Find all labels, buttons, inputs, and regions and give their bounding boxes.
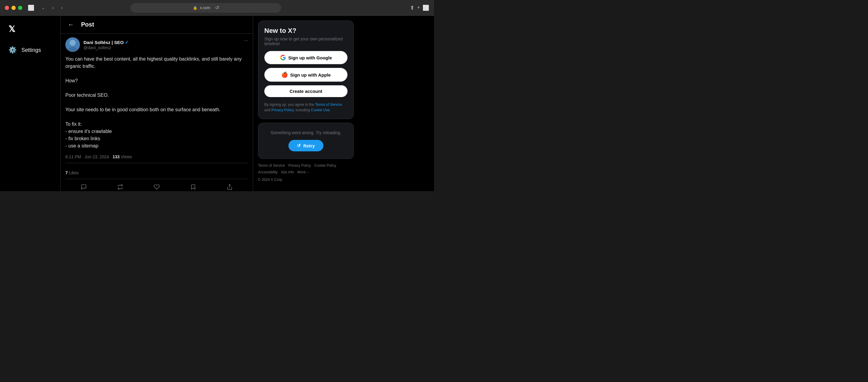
post-header: ← Post <box>61 16 253 34</box>
close-window-button[interactable] <box>5 6 9 10</box>
footer-tos-link[interactable]: Terms of Service <box>258 164 285 168</box>
post-actions <box>65 179 248 191</box>
comment-button[interactable] <box>76 181 92 191</box>
post-timestamp: 6:11 PM · Jun 23, 2024 <box>65 154 109 159</box>
app-layout: 𝕏 ⚙️ Settings ← Post <box>0 16 434 191</box>
post-header-title: Post <box>81 21 94 28</box>
signup-title: New to X? <box>264 27 347 35</box>
error-message: Something went wrong. Try reloading. <box>270 130 341 135</box>
signup-apple-label: Sign up with Apple <box>290 72 331 78</box>
signup-legal: By signing up, you agree to the Terms of… <box>264 102 347 113</box>
signup-apple-button[interactable]: 🍎 Sign up with Apple <box>264 68 347 82</box>
retry-label: Retry <box>303 143 315 148</box>
back-button[interactable]: ← <box>65 20 76 29</box>
maximize-window-button[interactable] <box>18 6 22 10</box>
privacy-policy-link[interactable]: Privacy Policy <box>271 108 293 112</box>
x-logo[interactable]: 𝕏 <box>5 22 56 36</box>
browser-right-actions: ⬆ + ⬜ <box>410 4 429 11</box>
author-handle: @dani_soltesz <box>84 45 129 50</box>
main-content: ← Post <box>60 16 253 191</box>
post-stats: 7 Likes <box>65 167 248 179</box>
back-browser-button[interactable]: ‹ <box>50 4 56 12</box>
url-text: x.com <box>200 5 210 10</box>
signup-card: New to X? Sign up now to get your own pe… <box>258 21 354 119</box>
chevron-down-icon[interactable]: ⌄ <box>40 4 47 11</box>
settings-icon: ⚙️ <box>8 46 17 54</box>
share-button[interactable]: ⬆ <box>410 4 414 11</box>
right-sidebar: New to X? Sign up now to get your own pe… <box>253 16 359 191</box>
signup-subtitle: Sign up now to get your own personalized… <box>264 36 347 46</box>
footer-ads-link[interactable]: Ads info <box>281 170 294 174</box>
post-meta: 6:11 PM · Jun 23, 2024 · 133 Views <box>65 154 248 163</box>
svg-point-1 <box>70 40 76 46</box>
retweet-button[interactable] <box>113 181 128 191</box>
verified-badge: ✓ <box>125 39 129 45</box>
footer-cookie-link[interactable]: Cookie Policy <box>314 164 336 168</box>
lock-icon: 🔒 <box>193 6 197 10</box>
retry-button[interactable]: ↺ Retry <box>288 140 323 151</box>
signup-google-button[interactable]: Sign up with Google <box>264 51 347 64</box>
footer-more-link[interactable]: More ··· <box>298 170 310 174</box>
retry-icon: ↺ <box>297 143 301 148</box>
cookie-use-link[interactable]: Cookie Use <box>311 108 330 112</box>
traffic-lights <box>5 6 22 10</box>
browser-chrome: ⬜ ⌄ ‹ › 🔒 x.com ↺ ⬆ + ⬜ <box>0 0 434 16</box>
sidebar: 𝕏 ⚙️ Settings <box>0 16 60 191</box>
error-card: Something went wrong. Try reloading. ↺ R… <box>258 123 354 159</box>
signup-google-label: Sign up with Google <box>288 55 332 60</box>
sidebar-item-settings[interactable]: ⚙️ Settings <box>5 44 56 56</box>
post-author-info: Dani Soltész | SEO ✓ @dani_soltesz <box>65 37 129 52</box>
sidebar-item-label: Settings <box>22 47 41 53</box>
footer-copyright: © 2024 X Corp. <box>258 177 354 183</box>
avatar[interactable] <box>65 37 80 52</box>
avatar-image <box>65 37 80 52</box>
more-options-button[interactable]: ··· <box>244 37 248 44</box>
bookmark-button[interactable] <box>185 181 201 191</box>
post-likes-label: Likes <box>69 170 79 175</box>
post-text: You can have the best content, all the h… <box>65 56 248 150</box>
minimize-window-button[interactable] <box>11 6 16 10</box>
post-views-label: Views <box>121 154 132 159</box>
apple-icon: 🍎 <box>281 71 288 78</box>
sidebar-toggle-button[interactable]: ⬜ <box>26 3 36 12</box>
post-container: Dani Soltész | SEO ✓ @dani_soltesz ··· Y… <box>61 34 253 191</box>
share-post-button[interactable] <box>222 181 238 191</box>
address-bar[interactable]: 🔒 x.com ↺ <box>130 3 281 13</box>
like-button[interactable] <box>149 181 164 191</box>
post-views-count: 133 <box>113 154 119 159</box>
new-tab-button[interactable]: + <box>417 4 420 11</box>
google-icon <box>280 55 286 61</box>
reload-button[interactable]: ↺ <box>215 5 219 10</box>
forward-browser-button[interactable]: › <box>59 4 64 12</box>
tab-overview-button[interactable]: ⬜ <box>423 4 429 11</box>
author-display-name: Dani Soltész | SEO ✓ <box>84 39 129 45</box>
footer-links: Terms of Service Privacy Policy Cookie P… <box>258 163 354 183</box>
terms-of-service-link[interactable]: Terms of Service <box>315 102 342 107</box>
footer-pp-link[interactable]: Privacy Policy <box>288 164 311 168</box>
author-names: Dani Soltész | SEO ✓ @dani_soltesz <box>84 39 129 50</box>
post-author-row: Dani Soltész | SEO ✓ @dani_soltesz ··· <box>65 37 248 52</box>
footer-accessibility-link[interactable]: Accessibility <box>258 170 278 174</box>
post-likes-count: 7 <box>65 170 68 175</box>
create-account-button[interactable]: Create account <box>264 85 347 97</box>
